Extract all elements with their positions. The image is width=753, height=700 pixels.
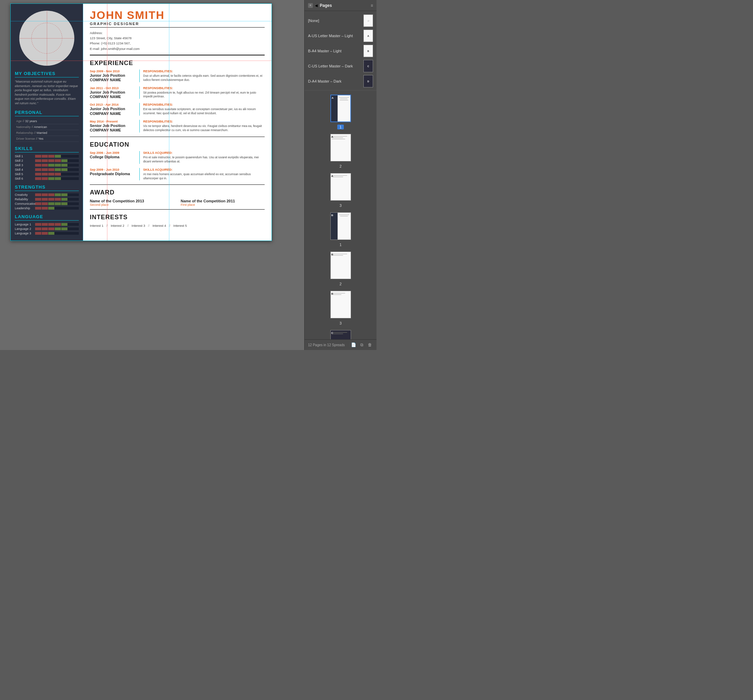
strength-row-leadership: Leadership xyxy=(15,206,79,210)
profile-inner-circle xyxy=(31,23,62,54)
page-item-none[interactable]: [None] ∅ xyxy=(305,13,376,28)
panel-header: × ◂ Pages ≡ xyxy=(305,0,376,11)
profile-photo xyxy=(19,11,74,66)
duplicate-page-button[interactable]: ⧉ xyxy=(359,342,365,348)
edu-right-2: SKILLS ACQUIRED: At mei meis homero accu… xyxy=(140,168,265,181)
resp-label-1: RESPONSIBILITIES: xyxy=(143,70,265,73)
spread-thumb-b2-left[interactable]: B xyxy=(330,252,351,279)
experience-item-1: Sep 2009 - Nov 2010 Junior Job Position … xyxy=(90,70,265,82)
spread-thumb-container-b3[interactable]: B xyxy=(305,289,376,320)
strength-row-communication: Communication xyxy=(15,202,79,205)
personal-item-age: Age // 32 years xyxy=(15,119,79,124)
personal-title: PERSONAL xyxy=(15,110,79,116)
contact-phone: Phone: (+5) 0123 1234 567, xyxy=(90,41,265,46)
edu-left-2: Sep 2009 - Jun 2010 Postgraduate Diploma xyxy=(90,168,140,181)
spread-thumb-1-left[interactable]: A xyxy=(330,95,351,122)
page-none-label: [None] xyxy=(308,19,361,23)
spread-thumb-container-c1[interactable]: C xyxy=(305,329,376,339)
edu-right-1: SKILLS ACQUIRED: Pro et sale instructior… xyxy=(140,151,265,164)
skill-row: Skill 2 xyxy=(15,159,79,162)
spread-group-b2: B 2 xyxy=(305,249,376,288)
page-item-a-light[interactable]: A-US Letter Master – Light A xyxy=(305,28,376,43)
interests-list: Interest 1 // Interest 2 // Interest 3 /… xyxy=(90,224,265,228)
interest-3: Interest 3 xyxy=(131,224,145,228)
section-divider-award xyxy=(90,184,265,185)
app-container: MY OBJECTIVES "Maecenas euismod rutrum a… xyxy=(0,0,376,350)
award-name-1: Name of the Competition 2013 xyxy=(90,199,174,203)
skill-row: Skill 1 xyxy=(15,155,79,158)
page-b-light-label: B-A4 Master – Light xyxy=(308,49,361,53)
spread-group-b1: B 1 xyxy=(305,209,376,249)
spread-number-1: 1 xyxy=(337,125,344,130)
footer-icons: 📄 ⧉ 🗑 xyxy=(350,342,373,348)
page-thumb-b-light: B xyxy=(363,45,373,57)
contact-email: E-mail: john.smith@your-mail.com xyxy=(90,46,265,51)
award-place-1: Second place xyxy=(90,203,174,206)
personal-item-relationship: Relationship // Married xyxy=(15,130,79,136)
resp-text-3: Est ea sensibus suavitate scriptorem, at… xyxy=(143,107,265,116)
interest-4: Interest 4 xyxy=(153,224,166,228)
exp-date-4: May 2014 - Present xyxy=(90,120,136,123)
spread-thumb-container-1[interactable]: A xyxy=(305,93,376,123)
award-item-2: Name of the Competition 2011 First place xyxy=(181,199,265,206)
spread-number-b3: 3 xyxy=(339,320,342,326)
exp-position-3: Junior Job Position xyxy=(90,106,136,111)
resume-name: JOHN SMITH xyxy=(90,9,265,22)
spread-thumb-container-3[interactable]: A xyxy=(305,172,376,202)
exp-date-1: Sep 2009 - Nov 2010 xyxy=(90,70,136,73)
spread-number-b1: 1 xyxy=(339,242,342,247)
strength-row-reliability: Reliability xyxy=(15,198,79,201)
contact-info: Address: 123 Street, City, State 45678 P… xyxy=(90,30,265,55)
edu-skills-label-1: SKILLS ACQUIRED: xyxy=(143,151,265,155)
spread-thumb-container-b2[interactable]: B xyxy=(305,250,376,280)
language-row: Language 3 xyxy=(15,231,79,235)
panel-menu-button[interactable]: ≡ xyxy=(371,3,373,8)
edu-skills-label-2: SKILLS ACQUIRED: xyxy=(143,168,265,171)
spread-number-2: 2 xyxy=(339,164,342,169)
page-item-b-light[interactable]: B-A4 Master – Light B xyxy=(305,43,376,58)
interest-5: Interest 5 xyxy=(173,224,187,228)
pages-panel: × ◂ Pages ≡ [None] ∅ A-US Letter Master … xyxy=(304,0,376,350)
strengths-title: STRENGTHS xyxy=(15,184,79,191)
interests-title: INTERESTS xyxy=(90,214,265,221)
skill-row: Skill 6 xyxy=(15,177,79,180)
spread-group-b3: B 3 xyxy=(305,288,376,327)
spread-thumb-b1-left[interactable]: B xyxy=(330,212,351,240)
section-divider-interests xyxy=(90,209,265,209)
award-list: Name of the Competition 2013 Second plac… xyxy=(90,199,265,206)
award-item-1: Name of the Competition 2013 Second plac… xyxy=(90,199,174,206)
objectives-text: "Maecenas euismod rutrum augue eu elemen… xyxy=(15,80,79,106)
education-title: EDUCATION xyxy=(90,141,265,148)
spread-thumb-3-left[interactable]: A xyxy=(330,173,351,201)
new-page-button[interactable]: 📄 xyxy=(350,342,356,348)
spread-thumb-b3-left[interactable]: B xyxy=(330,291,351,318)
contact-address: 123 Street, City, State 45678 xyxy=(90,36,265,41)
spread-group-2: A 2 xyxy=(305,131,376,170)
page-thumb-none: ∅ xyxy=(363,14,373,27)
footer-pages-info: 12 Pages in 12 Spreads xyxy=(308,343,345,347)
exp-right-2: RESPONSIBILITIES: Sit postea posidonium … xyxy=(140,86,265,99)
edu-date-2: Sep 2009 - Jun 2010 xyxy=(90,168,136,171)
page-thumb-a-light: A xyxy=(363,30,373,42)
interest-2: Interest 2 xyxy=(111,224,125,228)
exp-date-2: Jan 2011 - Oct 2013 xyxy=(90,86,136,90)
strength-row-creativity: Creativity xyxy=(15,193,79,197)
spread-thumb-c1-left[interactable]: C xyxy=(330,330,351,339)
canvas-area[interactable]: MY OBJECTIVES "Maecenas euismod rutrum a… xyxy=(0,0,304,350)
exp-left-4: May 2014 - Present Senior Job Position C… xyxy=(90,120,140,133)
panel-close-button[interactable]: × xyxy=(308,3,313,8)
page-item-d-dark[interactable]: D-A4 Master – Dark D xyxy=(305,73,376,89)
panel-expand-icon: ◂ xyxy=(315,2,318,9)
page-item-c-dark[interactable]: C-US Letter Master – Dark C xyxy=(305,58,376,73)
spread-thumb-container-2[interactable]: A xyxy=(305,133,376,163)
delete-page-button[interactable]: 🗑 xyxy=(367,342,373,348)
personal-item-driver: Driver license // Yes xyxy=(15,136,79,142)
exp-position-4: Senior Job Position xyxy=(90,123,136,128)
section-divider-edu xyxy=(90,137,265,137)
skill-row: Skill 5 xyxy=(15,172,79,176)
spread-thumb-2-left[interactable]: A xyxy=(330,134,351,161)
edu-date-1: Sep 2006 - Jun 2009 xyxy=(90,151,136,155)
pages-list[interactable]: [None] ∅ A-US Letter Master – Light A B-… xyxy=(305,11,376,339)
spread-thumb-container-b1[interactable]: B xyxy=(305,211,376,241)
page-a-light-label: A-US Letter Master – Light xyxy=(308,34,361,38)
